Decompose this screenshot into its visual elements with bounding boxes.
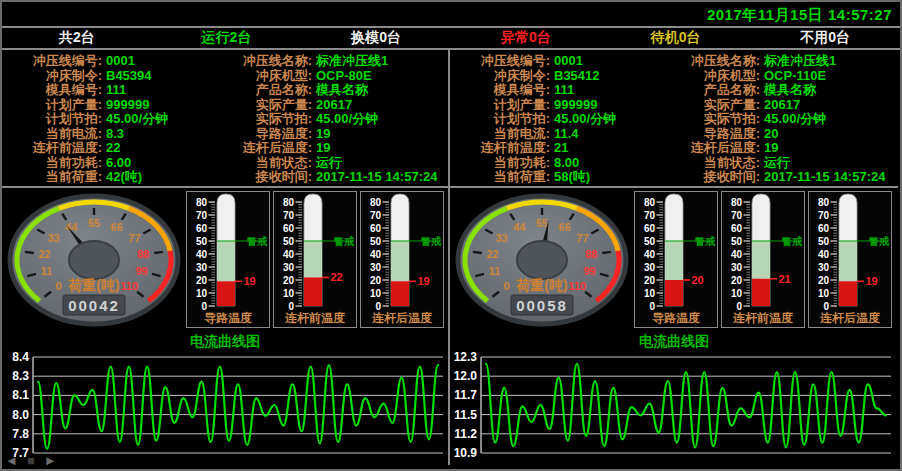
info-field: 模具编号: 111 — [6, 83, 216, 98]
svg-text:30: 30 — [818, 262, 830, 273]
svg-text:80: 80 — [644, 197, 656, 208]
svg-text:11: 11 — [41, 265, 53, 277]
info-field: 冲压线编号: 0001 — [454, 54, 664, 69]
svg-text:30: 30 — [644, 262, 656, 273]
info-field: 连杆后温度: 19 — [216, 141, 446, 156]
current-chart-section: 电流曲线图 8.48.38.18.07.87.7 — [2, 332, 448, 465]
info-label: 连杆前温度: — [6, 141, 102, 156]
svg-text:30: 30 — [196, 262, 208, 273]
thermo-value: 22 — [331, 271, 343, 283]
info-value: 19 — [316, 141, 330, 156]
info-field: 模具编号: 111 — [454, 83, 664, 98]
info-label: 冲床机型: — [216, 69, 312, 84]
info-label: 产品名称: — [664, 83, 760, 98]
datetime: 2017年11月15日 14:57:27 — [707, 6, 892, 25]
info-field: 接收时间: 2017-11-15 14:57:24 — [216, 170, 446, 185]
svg-text:99: 99 — [583, 265, 595, 277]
svg-text:20: 20 — [370, 275, 382, 286]
svg-text:50: 50 — [283, 236, 295, 247]
thermo-label: 导路温度 — [652, 311, 700, 325]
info-label: 实际节拍: — [664, 112, 760, 127]
svg-text:0: 0 — [736, 301, 742, 312]
info-label: 当前荷重: — [6, 170, 102, 185]
thermo-fill — [665, 280, 683, 306]
thermometer: 01020304050607080警戒19连杆后温度 — [808, 191, 892, 328]
svg-text:70: 70 — [283, 210, 295, 221]
thermo-label: 连杆前温度 — [285, 311, 345, 325]
titlebar: 2017年11月15日 14:57:27 — [2, 2, 900, 28]
info-field: 计划节拍: 45.00/分钟 — [6, 112, 216, 127]
svg-text:0: 0 — [201, 301, 207, 312]
info-value: 标准冲压线1 — [316, 54, 388, 69]
info-label: 接收时间: — [664, 170, 760, 185]
svg-text:110: 110 — [568, 280, 586, 292]
info-field: 实际产量: 20617 — [216, 98, 446, 113]
svg-text:33: 33 — [47, 232, 59, 244]
info-label: 计划节拍: — [454, 112, 550, 127]
load-gauge: 0112233445566778899110荷重(吨)00042 — [5, 191, 183, 329]
gauge-title: 荷重(吨) — [515, 277, 567, 293]
thermometer-svg: 01020304050607080警戒20导路温度 — [635, 192, 717, 327]
info-label: 冲压线名称: — [216, 54, 312, 69]
status-running: 运行2台 — [152, 29, 302, 47]
machine-info: 冲压线编号: 0001冲压线名称: 标准冲压线1冲床制令: B35412冲床机型… — [450, 50, 898, 188]
load-gauge-svg: 0112233445566778899110荷重(吨)00042 — [5, 191, 183, 329]
thermo-value: 19 — [244, 275, 256, 287]
info-field: 冲床制令: B35412 — [454, 69, 664, 84]
info-value: B45394 — [106, 69, 152, 84]
info-label: 冲压线编号: — [6, 54, 102, 69]
info-label: 实际产量: — [216, 98, 312, 113]
thermometer: 01020304050607080警戒19连杆后温度 — [360, 191, 444, 328]
svg-text:11: 11 — [489, 265, 501, 277]
svg-text:20: 20 — [731, 275, 743, 286]
svg-text:66: 66 — [111, 221, 123, 233]
info-label: 接收时间: — [216, 170, 312, 185]
svg-text:80: 80 — [370, 197, 382, 208]
page-thumb-icon[interactable]: ■ — [27, 453, 35, 468]
svg-text:12.0: 12.0 — [454, 369, 478, 383]
svg-text:22: 22 — [38, 248, 50, 260]
svg-text:0: 0 — [649, 301, 655, 312]
thermometer: 01020304050607080警戒21连杆前温度 — [721, 191, 805, 328]
status-bar: 共2台运行2台换模0台异常0台待机0台不用0台 — [2, 28, 900, 50]
svg-text:60: 60 — [731, 223, 743, 234]
info-value: 45.00/分钟 — [316, 112, 378, 127]
svg-text:30: 30 — [370, 262, 382, 273]
info-value: 0001 — [554, 54, 583, 69]
info-label: 导路温度: — [664, 127, 760, 142]
svg-text:30: 30 — [283, 262, 295, 273]
scroll-right-icon[interactable]: ► — [44, 453, 57, 468]
info-field: 连杆前温度: 21 — [454, 141, 664, 156]
status-unused: 不用0台 — [750, 29, 900, 47]
info-label: 计划产量: — [6, 98, 102, 113]
info-field: 当前功耗: 8.00 — [454, 156, 664, 171]
svg-text:10: 10 — [370, 288, 382, 299]
info-field: 实际节拍: 45.00/分钟 — [664, 112, 896, 127]
info-value: 111 — [554, 83, 574, 98]
svg-text:60: 60 — [196, 223, 208, 234]
machines: 冲压线编号: 0001冲压线名称: 标准冲压线1冲床制令: B45394冲床机型… — [2, 50, 900, 465]
svg-text:8.1: 8.1 — [12, 388, 29, 402]
info-field: 当前状态: 运行 — [216, 156, 446, 171]
svg-text:0: 0 — [823, 301, 829, 312]
svg-text:70: 70 — [818, 210, 830, 221]
info-value: 999999 — [554, 98, 597, 113]
info-label: 计划产量: — [454, 98, 550, 113]
svg-text:10: 10 — [283, 288, 295, 299]
info-label: 当前状态: — [216, 156, 312, 171]
scroll-left-icon[interactable]: ◄ — [5, 453, 18, 468]
gauge-hub — [517, 241, 567, 279]
info-field: 冲床机型: OCP-80E — [216, 69, 446, 84]
info-value: 0001 — [106, 54, 135, 69]
thermo-value: 20 — [692, 274, 704, 286]
svg-text:60: 60 — [818, 223, 830, 234]
info-field: 产品名称: 模具名称 — [664, 83, 896, 98]
thermo-fill — [839, 281, 857, 306]
info-value: 6.00 — [106, 156, 131, 171]
info-field: 连杆后温度: 19 — [664, 141, 896, 156]
svg-text:20: 20 — [196, 275, 208, 286]
hmi-screen: 2017年11月15日 14:57:27 共2台运行2台换模0台异常0台待机0台… — [0, 0, 902, 471]
info-field: 导路温度: 19 — [216, 127, 446, 142]
warn-label: 警戒 — [694, 236, 716, 247]
svg-text:88: 88 — [585, 248, 597, 260]
